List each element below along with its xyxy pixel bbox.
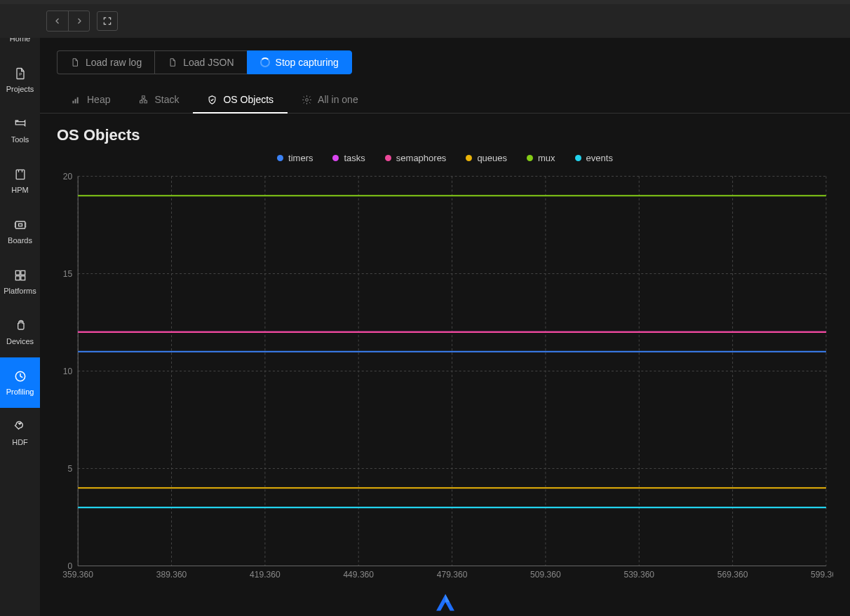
legend-dot (575, 155, 581, 161)
svg-rect-7 (20, 276, 25, 280)
sidebar-item-label: Projects (6, 85, 34, 93)
svg-text:569.360: 569.360 (717, 570, 748, 580)
svg-point-15 (306, 98, 309, 101)
legend-item-mux[interactable]: mux (527, 153, 555, 163)
button-label: Load JSON (183, 57, 234, 68)
sidebar-item-projects[interactable]: P Projects (0, 55, 40, 105)
svg-text:P: P (19, 72, 22, 76)
sidebar-item-label: Platforms (4, 287, 36, 295)
history-nav (46, 11, 90, 32)
chart-icon (71, 95, 81, 105)
legend-label: mux (538, 153, 555, 163)
button-label: Stop capturing (276, 57, 339, 68)
legend-item-timers[interactable]: timers (277, 153, 313, 163)
legend-label: semaphores (396, 153, 447, 163)
sidebar-item-label: HDF (12, 438, 28, 446)
page-title: OS Objects (57, 126, 833, 144)
stop-capturing-button[interactable]: Stop capturing (247, 50, 352, 74)
stack-icon (138, 95, 149, 105)
svg-text:509.360: 509.360 (530, 570, 561, 580)
legend-dot (332, 155, 339, 161)
tab-stack[interactable]: Stack (124, 87, 193, 114)
sidebar-item-boards[interactable]: Boards (0, 206, 40, 256)
tab-label: Stack (154, 94, 179, 105)
footer-logo (57, 588, 833, 616)
tab-label: Heap (87, 94, 110, 105)
forward-button[interactable] (68, 11, 89, 31)
svg-text:599.360: 599.360 (811, 570, 833, 580)
legend-dot (466, 155, 472, 161)
svg-text:20: 20 (63, 171, 73, 181)
svg-rect-9 (73, 100, 74, 103)
svg-text:389.360: 389.360 (156, 570, 187, 580)
line-chart: 05101520359.360389.360419.360449.360479.… (57, 169, 833, 588)
profiling-tabs: Heap Stack OS Objects All in one (40, 74, 850, 114)
sidebar: Home P Projects Tools HPM Boards Platfor… (0, 4, 40, 616)
tab-label: All in one (318, 94, 358, 105)
topbar (40, 4, 850, 38)
sidebar-item-label: Tools (11, 135, 29, 144)
sidebar-item-hpm[interactable]: HPM (0, 156, 40, 206)
sidebar-item-devices[interactable]: Devices (0, 307, 40, 357)
svg-rect-1 (16, 170, 25, 179)
tab-os-objects[interactable]: OS Objects (193, 87, 288, 114)
svg-text:5: 5 (67, 463, 72, 473)
sidebar-item-label: Profiling (6, 388, 34, 396)
tab-heap[interactable]: Heap (57, 87, 124, 114)
sidebar-item-label: Devices (6, 337, 34, 345)
chart-section: OS Objects timerstaskssemaphoresqueuesmu… (40, 114, 850, 616)
svg-rect-5 (20, 271, 25, 275)
legend-label: timers (288, 153, 313, 163)
button-label: Load raw log (86, 57, 142, 68)
sidebar-item-tools[interactable]: Tools (0, 105, 40, 156)
svg-text:449.360: 449.360 (343, 570, 374, 580)
svg-text:539.360: 539.360 (623, 570, 654, 580)
svg-rect-3 (18, 224, 22, 226)
file-icon (70, 57, 80, 67)
svg-rect-10 (75, 99, 76, 103)
back-button[interactable] (47, 11, 68, 31)
fullscreen-button[interactable] (97, 11, 118, 31)
legend-label: queues (477, 153, 507, 163)
sidebar-item-label: HPM (11, 186, 28, 194)
svg-text:479.360: 479.360 (437, 570, 468, 580)
legend-dot (277, 155, 283, 161)
legend-item-semaphores[interactable]: semaphores (385, 153, 447, 163)
spinner-icon (260, 57, 270, 67)
shield-check-icon (207, 95, 217, 105)
gear-icon (302, 95, 312, 105)
sidebar-item-profiling[interactable]: Profiling (0, 357, 40, 408)
legend-item-events[interactable]: events (575, 153, 613, 163)
sidebar-item-platforms[interactable]: Platforms (0, 256, 40, 307)
svg-rect-12 (142, 95, 145, 97)
svg-rect-14 (144, 100, 147, 102)
action-row: Load raw log Load JSON Stop capturing (40, 38, 850, 74)
main-content: Load raw log Load JSON Stop capturing He… (40, 4, 850, 616)
svg-rect-4 (15, 271, 20, 275)
legend-item-tasks[interactable]: tasks (332, 153, 365, 163)
svg-text:419.360: 419.360 (250, 570, 281, 580)
svg-text:15: 15 (63, 268, 73, 278)
legend-dot (385, 155, 391, 161)
chart-area[interactable]: 05101520359.360389.360419.360449.360479.… (57, 169, 833, 588)
tab-all-in-one[interactable]: All in one (288, 87, 372, 114)
sidebar-item-hdf[interactable]: HDF (0, 408, 40, 458)
tab-label: OS Objects (223, 94, 274, 105)
load-json-button[interactable]: Load JSON (154, 50, 246, 74)
svg-rect-6 (15, 276, 20, 280)
legend-label: events (586, 153, 613, 163)
svg-text:10: 10 (63, 366, 73, 376)
chart-legend: timerstaskssemaphoresqueuesmuxevents (57, 153, 833, 163)
legend-dot (527, 155, 533, 161)
legend-item-queues[interactable]: queues (466, 153, 507, 163)
svg-rect-2 (15, 221, 25, 228)
svg-rect-11 (77, 97, 79, 103)
svg-rect-13 (140, 100, 143, 102)
legend-label: tasks (344, 153, 365, 163)
svg-text:359.360: 359.360 (62, 570, 93, 580)
file-icon (168, 57, 177, 67)
sidebar-item-label: Boards (8, 236, 32, 245)
load-raw-log-button[interactable]: Load raw log (57, 50, 154, 74)
